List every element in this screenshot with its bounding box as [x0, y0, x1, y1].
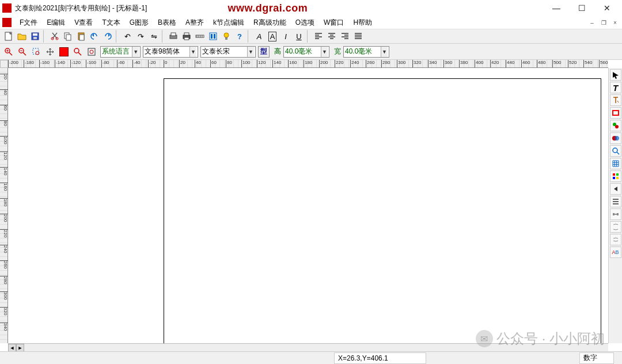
ruler-tick: 180 [304, 60, 312, 68]
new-icon[interactable] [2, 30, 15, 43]
italic-icon[interactable]: I [279, 30, 292, 43]
copy-icon[interactable] [62, 30, 74, 43]
ruler-tick: 140 [0, 167, 8, 175]
mdi-restore-button[interactable]: ❐ [598, 18, 609, 27]
zoom-fit-icon[interactable] [85, 46, 98, 58]
ruler-tick: 280 [381, 60, 390, 68]
layout-icon[interactable] [207, 30, 219, 43]
ruler-tick: 80 [0, 120, 8, 126]
minimize-button[interactable]: — [544, 0, 569, 16]
svg-point-32 [615, 136, 619, 141]
type-button[interactable]: 型 [258, 46, 270, 58]
scroll-track[interactable] [24, 344, 608, 351]
align-right-icon[interactable] [339, 30, 351, 43]
redo-icon[interactable] [101, 30, 114, 43]
zoom-out-icon[interactable] [16, 46, 29, 58]
mirror-h-icon[interactable]: ⇋ [147, 30, 160, 43]
open-icon[interactable] [16, 30, 28, 43]
back-icon[interactable] [610, 183, 621, 195]
width-input[interactable] [345, 47, 381, 57]
dropdown-arrow-icon[interactable]: ▼ [381, 47, 388, 57]
zoom-in-icon[interactable] [2, 46, 15, 58]
align-center-icon[interactable] [325, 30, 338, 43]
ruler-vertical[interactable]: 2040608010012014016018020022024026028030… [0, 68, 8, 343]
shape1-icon[interactable] [610, 120, 621, 131]
font-style-input[interactable] [202, 47, 247, 57]
output-icon[interactable] [167, 30, 180, 43]
svg-rect-14 [184, 37, 189, 40]
menu-view[interactable]: V查看 [70, 17, 97, 29]
font-style-combo[interactable]: ▼ [200, 46, 256, 58]
cut-icon[interactable] [48, 30, 61, 43]
measure-icon[interactable] [194, 30, 206, 43]
underline-icon[interactable]: U [293, 30, 305, 43]
maximize-button[interactable]: ☐ [569, 0, 594, 16]
bulb-icon[interactable] [220, 30, 233, 43]
height-input[interactable] [285, 47, 321, 57]
menu-node-edit[interactable]: k节点编辑 [208, 17, 249, 29]
menu-align[interactable]: A整齐 [181, 17, 208, 29]
menu-edit[interactable]: E编辑 [42, 17, 70, 29]
menu-help[interactable]: H帮助 [348, 17, 377, 29]
dropdown-arrow-icon[interactable]: ▼ [321, 47, 328, 57]
rotate-left-icon[interactable]: ↶ [121, 30, 134, 43]
ruler-tick: 500 [552, 60, 561, 68]
ruler-horizontal[interactable]: -200-180-160-140-120-100-80-60-40-200204… [8, 60, 608, 68]
close-button[interactable]: ✕ [594, 0, 620, 16]
dropdown-arrow-icon[interactable]: ▼ [247, 47, 254, 57]
ruler-tick: 40 [0, 89, 8, 95]
menu-text[interactable]: T文本 [97, 17, 124, 29]
mdi-minimize-button[interactable]: – [587, 18, 597, 27]
paste-icon[interactable] [75, 30, 88, 43]
canvas[interactable] [8, 68, 608, 343]
pointer-icon[interactable] [610, 69, 621, 81]
align-tool-icon[interactable] [610, 196, 621, 207]
ab-icon[interactable]: AB [610, 247, 621, 258]
zoom-select-icon[interactable] [30, 46, 43, 58]
vertical-text-icon[interactable] [610, 94, 621, 106]
height-combo[interactable]: ▼ [283, 46, 329, 58]
grid-icon[interactable] [610, 158, 621, 169]
print-icon[interactable] [180, 30, 193, 43]
page-boundary [164, 78, 601, 343]
menu-file[interactable]: F文件 [15, 17, 42, 29]
menu-advanced[interactable]: R高级功能 [249, 17, 291, 29]
save-icon[interactable] [29, 30, 41, 43]
link1-icon[interactable] [610, 221, 621, 233]
justify-icon[interactable] [352, 30, 365, 43]
menu-table[interactable]: B表格 [153, 17, 181, 29]
ruler-tick: 100 [241, 60, 250, 68]
align-left-icon[interactable] [312, 30, 325, 43]
link2-icon[interactable] [610, 234, 621, 245]
scrollbar-horizontal[interactable]: ◄ ► [8, 343, 608, 351]
text-tool-icon[interactable]: T [610, 82, 621, 93]
language-input[interactable] [102, 47, 132, 57]
menu-graphics[interactable]: G图形 [125, 17, 153, 29]
dropdown-arrow-icon[interactable]: ▼ [189, 47, 196, 57]
zoom-page-icon[interactable] [71, 46, 84, 58]
color-icon[interactable] [610, 170, 621, 182]
language-combo[interactable]: ▼ [100, 46, 141, 58]
rotate-right-icon[interactable]: ↷ [134, 30, 147, 43]
menu-window[interactable]: W窗口 [319, 17, 348, 29]
shape2-icon[interactable] [610, 132, 621, 144]
help-icon[interactable]: ? [233, 30, 246, 43]
menu-options[interactable]: O选项 [291, 17, 319, 29]
width-combo[interactable]: ▼ [343, 46, 389, 58]
toolbar-secondary: ▼ ▼ ▼ 型 高 ▼ 宽 ▼ [0, 44, 622, 60]
scroll-left-icon[interactable]: ◄ [8, 344, 16, 352]
doc-icon [2, 18, 12, 27]
dropdown-arrow-icon[interactable]: ▼ [132, 47, 139, 57]
font-family-combo[interactable]: ▼ [143, 46, 198, 58]
pan-icon[interactable] [44, 46, 56, 58]
find-icon[interactable] [610, 145, 621, 157]
rect-tool-icon[interactable] [610, 107, 621, 119]
dist-tool-icon[interactable] [610, 208, 621, 220]
stamp-icon[interactable] [58, 46, 70, 58]
font-family-input[interactable] [145, 47, 189, 57]
mdi-close-button[interactable]: × [610, 18, 620, 27]
undo-icon[interactable] [88, 30, 101, 43]
font-box-icon[interactable]: A [266, 30, 279, 43]
font-angle-icon[interactable]: A [253, 30, 266, 43]
scroll-right-icon[interactable]: ► [16, 344, 24, 352]
